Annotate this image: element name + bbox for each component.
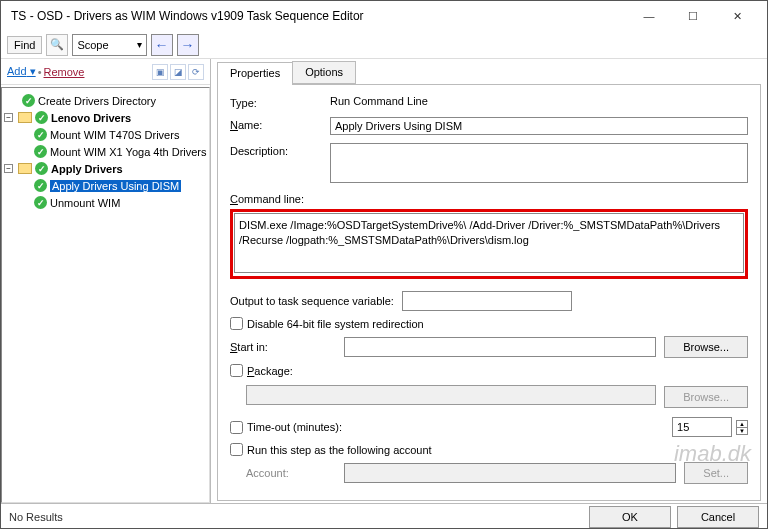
tree-group[interactable]: −✓Lenovo Drivers — [4, 109, 207, 126]
spinner-down-icon[interactable]: ▼ — [737, 428, 747, 434]
browse-startin-button[interactable]: Browse... — [664, 336, 748, 358]
timeout-checkbox[interactable] — [230, 421, 243, 434]
output-var-input[interactable] — [402, 291, 572, 311]
tree-group[interactable]: −✓Apply Drivers — [4, 160, 207, 177]
set-account-button: Set... — [684, 462, 748, 484]
folder-icon — [18, 163, 32, 174]
tree-node[interactable]: ✓Mount WIM T470S Drivers — [4, 126, 207, 143]
scope-dropdown[interactable]: Scope — [72, 34, 146, 56]
find-button[interactable]: Find — [7, 36, 42, 54]
task-sequence-tree[interactable]: ✓Create Drivers Directory −✓Lenovo Drive… — [1, 87, 210, 503]
check-icon: ✓ — [34, 196, 47, 209]
toolbar: Find 🔍 Scope ← → — [1, 31, 767, 59]
collapse-icon[interactable]: − — [4, 113, 13, 122]
package-label: Package: — [247, 365, 293, 377]
check-icon: ✓ — [35, 111, 48, 124]
account-label: Account: — [246, 467, 336, 479]
nav-back-icon[interactable]: ← — [151, 34, 173, 56]
add-link[interactable]: Add ▾ — [7, 65, 36, 78]
check-icon: ✓ — [34, 179, 47, 192]
maximize-icon[interactable]: ☐ — [671, 2, 715, 30]
tree-node[interactable]: ✓Create Drivers Directory — [4, 92, 207, 109]
status-text: No Results — [9, 511, 583, 523]
nav-forward-icon[interactable]: → — [177, 34, 199, 56]
tree-node-selected[interactable]: ✓Apply Drivers Using DISM — [4, 177, 207, 194]
remove-link[interactable]: Remove — [44, 66, 85, 78]
check-icon: ✓ — [34, 128, 47, 141]
title-bar: TS - OSD - Drivers as WIM Windows v1909 … — [1, 1, 767, 31]
type-label: Type: — [230, 95, 330, 109]
check-icon: ✓ — [34, 145, 47, 158]
package-input — [246, 385, 656, 405]
spinner-up-icon[interactable]: ▲ — [737, 421, 747, 428]
runas-checkbox[interactable] — [230, 443, 243, 456]
tool-icon-3[interactable]: ⟳ — [188, 64, 204, 80]
commandline-label: Command line: — [230, 193, 748, 205]
package-checkbox[interactable] — [230, 364, 243, 377]
close-icon[interactable]: ✕ — [715, 2, 759, 30]
commandline-highlight: DISM.exe /Image:%OSDTargetSystemDrive%\ … — [230, 209, 748, 279]
name-input[interactable] — [330, 117, 748, 135]
type-value: Run Command Line — [330, 95, 748, 107]
window-title: TS - OSD - Drivers as WIM Windows v1909 … — [11, 9, 627, 23]
disable64-label: Disable 64-bit file system redirection — [247, 318, 424, 330]
tool-icon-2[interactable]: ◪ — [170, 64, 186, 80]
startin-label: Start in: — [230, 341, 336, 353]
browse-package-button: Browse... — [664, 386, 748, 408]
sidebar: Add ▾ • Remove ▣ ◪ ⟳ ✓Create Drivers Dir… — [1, 59, 211, 503]
account-input — [344, 463, 676, 483]
status-bar: No Results OK Cancel — [1, 503, 767, 529]
name-label: Name: — [230, 117, 330, 131]
output-var-label: Output to task sequence variable: — [230, 295, 394, 307]
folder-icon — [18, 112, 32, 123]
description-label: Description: — [230, 143, 330, 157]
tool-icon-1[interactable]: ▣ — [152, 64, 168, 80]
timeout-input[interactable] — [672, 417, 732, 437]
disable64-checkbox[interactable] — [230, 317, 243, 330]
commandline-input[interactable]: DISM.exe /Image:%OSDTargetSystemDrive%\ … — [234, 213, 744, 273]
startin-input[interactable] — [344, 337, 656, 357]
tree-node[interactable]: ✓Unmount WIM — [4, 194, 207, 211]
runas-label: Run this step as the following account — [247, 444, 432, 456]
check-icon: ✓ — [22, 94, 35, 107]
collapse-icon[interactable]: − — [4, 164, 13, 173]
tree-node[interactable]: ✓Mount WIM X1 Yoga 4th Drivers — [4, 143, 207, 160]
search-icon[interactable]: 🔍 — [46, 34, 68, 56]
cancel-button[interactable]: Cancel — [677, 506, 759, 528]
tab-options[interactable]: Options — [292, 61, 356, 84]
minimize-icon[interactable]: — — [627, 2, 671, 30]
description-input[interactable] — [330, 143, 748, 183]
check-icon: ✓ — [35, 162, 48, 175]
details-pane: Properties Options Type: Run Command Lin… — [211, 59, 767, 503]
ok-button[interactable]: OK — [589, 506, 671, 528]
tab-properties[interactable]: Properties — [217, 62, 293, 85]
timeout-label: Time-out (minutes): — [247, 421, 342, 433]
